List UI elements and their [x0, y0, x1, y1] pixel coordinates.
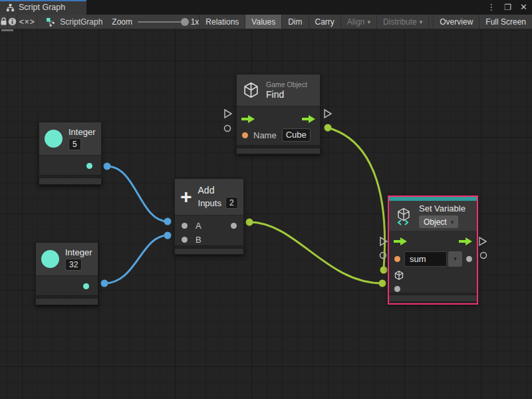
overview-button[interactable]: Overview — [433, 15, 479, 29]
flow-out-arrow-icon[interactable] — [459, 237, 472, 245]
variable-name-dropdown[interactable]: sum ▾ — [404, 251, 462, 267]
find-flow-out-port[interactable] — [325, 110, 331, 118]
integer-output-port[interactable] — [83, 283, 89, 289]
wire-endpoint[interactable] — [164, 232, 172, 239]
integer-value-field[interactable]: 5 — [68, 138, 81, 150]
add-output-port[interactable] — [231, 223, 237, 229]
inputs-count-field[interactable]: 2 — [225, 197, 238, 209]
distribute-button[interactable]: Distribute ▾ — [377, 15, 429, 29]
find-name-input-port[interactable] — [242, 132, 248, 138]
setvar-value-out-port[interactable] — [481, 253, 487, 259]
code-icon: <×> — [19, 17, 35, 27]
setvar-flow-in-port[interactable] — [380, 237, 387, 245]
setvar-name-port[interactable] — [380, 253, 386, 259]
node-integer-bottom[interactable]: Integer 32 — [35, 242, 98, 305]
add-input-a-port[interactable] — [182, 223, 188, 229]
wire-endpoint[interactable] — [380, 267, 388, 274]
zoom-slider-thumb[interactable] — [181, 18, 189, 26]
menu-icon[interactable]: ⋮ — [485, 0, 497, 15]
integer-value-field[interactable]: 32 — [65, 259, 82, 271]
node-title: Integer — [65, 247, 92, 257]
node-title: Add — [198, 185, 215, 196]
object-target-port-icon[interactable] — [394, 270, 404, 281]
wire-integer32-to-add-b[interactable] — [104, 235, 168, 283]
name-value-field[interactable]: Cube — [282, 128, 311, 142]
wire-endpoint[interactable] — [101, 280, 108, 287]
node-footer — [35, 298, 98, 305]
wire-find-to-setvariable-object[interactable] — [328, 128, 385, 269]
align-button[interactable]: Align ▾ — [341, 15, 377, 29]
variable-kind-dropdown[interactable]: Object ▾ — [419, 215, 458, 228]
node-find[interactable]: Game Object Find Na — [236, 74, 321, 154]
flow-in-arrow-icon[interactable] — [394, 237, 407, 245]
zoom-slider[interactable] — [138, 21, 186, 23]
flow-out-arrow-icon[interactable] — [302, 115, 315, 123]
node-set-variable[interactable]: Set Variable Object ▾ — [388, 196, 478, 305]
add-operator-icon: + — [180, 188, 192, 205]
find-name-port[interactable] — [225, 126, 231, 132]
integer-type-icon — [45, 130, 63, 148]
info-button[interactable] — [8, 15, 17, 29]
graph-canvas[interactable]: Integer 5 Integer 32 — [0, 29, 532, 399]
graph-toolbar: <×> ScriptGraph Zoom 1x Relations Values — [0, 15, 532, 29]
lock-icon — [0, 17, 7, 26]
edit-source-button[interactable]: <×> — [17, 15, 37, 29]
wire-endpoint[interactable] — [164, 218, 172, 225]
node-footer — [39, 178, 102, 185]
wire-integer5-to-add-a[interactable] — [107, 166, 168, 221]
tab-title: Script Graph — [19, 3, 65, 12]
node-footer — [389, 295, 477, 301]
add-input-b-port[interactable] — [182, 237, 188, 243]
carry-button[interactable]: Carry — [309, 15, 341, 29]
chevron-down-icon: ▾ — [420, 19, 423, 25]
chevron-down-icon: ▾ — [368, 19, 371, 25]
dim-button[interactable]: Dim — [282, 15, 309, 29]
info-icon — [8, 17, 17, 26]
wire-endpoint[interactable] — [379, 280, 386, 287]
chevron-down-icon: ▾ — [451, 219, 454, 225]
relations-button[interactable]: Relations — [200, 15, 245, 29]
wire-add-to-setvariable-value[interactable] — [249, 222, 382, 283]
node-add[interactable]: + Add Inputs 2 A — [174, 178, 244, 255]
set-variable-icon — [394, 207, 413, 225]
zoom-control: Zoom 1x — [102, 15, 200, 29]
port-a-label: A — [196, 221, 201, 231]
chevron-down-icon[interactable]: ▾ — [448, 251, 462, 267]
close-icon[interactable]: ✕ — [518, 0, 529, 15]
canvas-scrollbar[interactable] — [1, 29, 13, 31]
script-graph-icon — [46, 17, 55, 27]
game-object-cube-icon — [242, 81, 260, 99]
node-category: Game Object — [266, 80, 307, 88]
zoom-value: 1x — [191, 17, 200, 27]
node-footer — [174, 248, 244, 255]
window-controls: ⋮ ❐ ✕ — [485, 0, 529, 15]
port-b-label: B — [196, 235, 201, 245]
graph-name-label: ScriptGraph — [60, 17, 102, 27]
inputs-label: Inputs — [198, 198, 221, 208]
wire-endpoint[interactable] — [325, 124, 332, 132]
values-button[interactable]: Values — [245, 15, 282, 29]
node-title: Find — [266, 89, 284, 100]
tab-script-graph[interactable]: Script Graph — [0, 0, 86, 15]
script-graph-window: Script Graph ⋮ ❐ ✕ <×> — [0, 0, 532, 399]
node-integer-top[interactable]: Integer 5 — [39, 122, 102, 185]
zoom-label: Zoom — [112, 17, 132, 27]
wire-endpoint[interactable] — [246, 219, 253, 226]
setvar-output-port[interactable] — [466, 256, 472, 262]
full-screen-button[interactable]: Full Screen — [479, 15, 532, 29]
toolbar-buttons: Relations Values Dim Carry Align ▾ Distr… — [200, 15, 532, 29]
node-footer — [236, 148, 321, 154]
variable-name-port[interactable] — [394, 256, 400, 262]
graph-hierarchy-icon — [6, 3, 15, 12]
wire-endpoint[interactable] — [104, 163, 111, 170]
find-flow-in-port[interactable] — [225, 110, 231, 118]
value-input-port[interactable] — [394, 286, 400, 292]
active-tab-accent — [0, 0, 86, 1]
integer-output-port[interactable] — [86, 163, 92, 169]
integer-type-icon — [41, 250, 59, 268]
maximize-icon[interactable]: ❐ — [502, 0, 513, 15]
setvar-flow-out-port[interactable] — [479, 237, 486, 245]
flow-in-arrow-icon[interactable] — [241, 115, 255, 123]
node-title: Set Variable — [419, 203, 466, 213]
lock-button[interactable] — [0, 15, 8, 29]
